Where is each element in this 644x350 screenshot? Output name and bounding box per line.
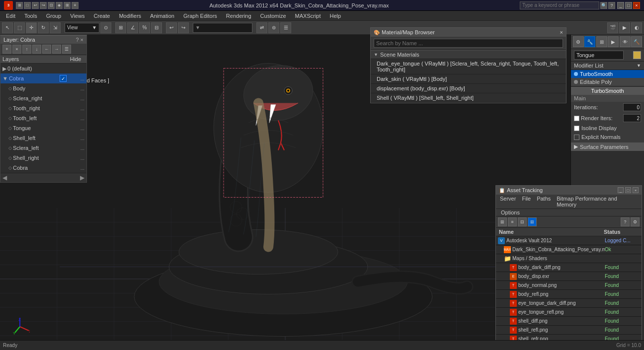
tb-icon-7[interactable]: ⊞ [64, 2, 71, 9]
at-menu-paths[interactable]: Paths [535, 196, 553, 208]
layer-item-shell-right[interactable]: ◇ Shell_right ... [0, 153, 86, 163]
layer-close-btn[interactable]: × [80, 37, 83, 43]
at-menu-file[interactable]: File [520, 196, 533, 208]
menu-views[interactable]: Views [66, 12, 88, 20]
at-close-btn[interactable]: × [633, 187, 639, 193]
utilities-tab-icon[interactable]: 🔨 [631, 36, 642, 47]
menu-rendering[interactable]: Rendering [222, 12, 255, 20]
rotate-tool-btn[interactable]: ↻ [38, 22, 49, 33]
layer-item-sclera-right[interactable]: ◇ Sclera_right ... [0, 93, 86, 103]
at-menu-options[interactable]: Options [499, 210, 522, 215]
modifier-list-dropdown[interactable]: ▼ [637, 63, 641, 68]
layer-btn-7[interactable]: ☰ [62, 45, 71, 54]
menu-maxscript[interactable]: MAXScript [291, 12, 325, 20]
redo-btn[interactable]: ↪ [178, 22, 189, 33]
scroll-right-arrow[interactable]: ▶ [80, 174, 84, 181]
mat-item-1[interactable]: Dark_eye_tongue ( VRayMtl ) [Sclera_left… [371, 59, 566, 74]
search-input[interactable] [520, 1, 599, 9]
pivot-btn[interactable]: ⊙ [100, 22, 111, 33]
render-btn[interactable]: ▶ [619, 22, 630, 33]
motion-tab-icon[interactable]: ▶ [608, 36, 619, 47]
maximize-button[interactable]: □ [625, 2, 632, 9]
at-row-shell-refl[interactable]: T shell_refl.png Found [496, 326, 642, 335]
tb-icon-8[interactable]: ≡ [72, 2, 79, 9]
render-setup-btn[interactable]: 🎬 [607, 22, 618, 33]
at-tb-btn-1[interactable]: ⊞ [498, 217, 507, 226]
scroll-left-arrow[interactable]: ◀ [2, 174, 7, 181]
mat-item-4[interactable]: Shell ( VRayMtl ) [Shell_left, Shell_rig… [371, 93, 566, 103]
angle-snap-btn[interactable]: ∠ [127, 22, 138, 33]
undo-btn[interactable]: ↩ [166, 22, 177, 33]
modifier-turbosmooth[interactable]: TurboSmooth [571, 70, 644, 78]
layer-item-tooth-left[interactable]: ◇ Tooth_left ... [0, 113, 86, 123]
tb-icon-4[interactable]: ↪ [40, 2, 47, 9]
mat-browser-close-btn[interactable]: × [560, 29, 563, 35]
layer-item-tooth-right[interactable]: ◇ Tooth_right ... [0, 103, 86, 113]
tb-icon-2[interactable]: □ [24, 2, 31, 9]
scale-tool-btn[interactable]: ⇲ [50, 22, 61, 33]
align-btn[interactable]: ⊜ [268, 22, 279, 33]
layer-item-tongue[interactable]: ◇ Tongue ... [0, 123, 86, 133]
at-row-max-file[interactable]: MAX Dark_Skin_Cobra_Attacking_Pose_vray.… [496, 245, 642, 254]
close-button[interactable]: × [633, 2, 640, 9]
tb-icon-1[interactable]: ⊞ [16, 2, 23, 9]
at-row-shell-diff[interactable]: T shell_diff.png Found [496, 317, 642, 326]
layer-btn-5[interactable]: ← [42, 45, 51, 54]
layer-help-btn[interactable]: ? [76, 37, 79, 43]
at-maximize-btn[interactable]: □ [625, 187, 631, 193]
at-menu-bitmap[interactable]: Bitmap Performance and Memory [555, 196, 640, 208]
at-tb-btn-2[interactable]: ≡ [508, 217, 517, 226]
at-tb-btn-4[interactable]: ⊞ [528, 217, 537, 226]
minimize-button[interactable]: _ [617, 2, 624, 9]
layer-item-cobra[interactable]: ▼ Cobra ✓ ... [0, 73, 86, 83]
menu-modifiers[interactable]: Modifiers [115, 12, 145, 20]
menu-create[interactable]: Create [89, 12, 114, 20]
menu-animation[interactable]: Animation [146, 12, 178, 20]
layer-btn-6[interactable]: → [52, 45, 61, 54]
layer-item-shell-left[interactable]: ◇ Shell_left ... [0, 133, 86, 143]
at-row-body-refl[interactable]: T body_refl.png Found [496, 290, 642, 299]
at-row-body-dark[interactable]: T body_dark_diff.png Found [496, 263, 642, 272]
at-tb-btn-3[interactable]: ⊟ [518, 217, 527, 226]
layer-item-body[interactable]: ◇ Body ... [0, 83, 86, 93]
at-row-eye-dark[interactable]: T eye_tongue_dark_diff.png Found [496, 299, 642, 308]
help-icon[interactable]: ? [608, 2, 615, 9]
at-help-btn[interactable]: ? [621, 217, 630, 226]
color-swatch[interactable] [633, 51, 641, 59]
at-row-maps-folder[interactable]: 📁 Maps / Shaders [496, 254, 642, 263]
modifier-editable-poly[interactable]: Editable Poly [571, 78, 644, 86]
tb-icon-5[interactable]: ⊡ [48, 2, 55, 9]
percent-snap-btn[interactable]: % [139, 22, 150, 33]
menu-edit[interactable]: Edit [2, 12, 19, 20]
snap-toggle-btn[interactable]: ⊞ [115, 22, 126, 33]
render-iters-input[interactable] [623, 114, 641, 122]
select-tool-btn[interactable]: ↖ [2, 22, 13, 33]
at-row-eye-refl[interactable]: T eye_tongue_refl.png Found [496, 308, 642, 317]
menu-group[interactable]: Group [42, 12, 66, 20]
tb-icon-3[interactable]: ↩ [32, 2, 39, 9]
select-region-btn[interactable]: ⬚ [14, 22, 25, 33]
at-settings-btn[interactable]: ⚙ [631, 217, 640, 226]
search-area[interactable]: 🔍 ? [520, 1, 615, 9]
layer-add-btn[interactable]: + [2, 45, 11, 54]
layer-item-sclera-left[interactable]: ◇ Sclera_left ... [0, 143, 86, 153]
tb-icon-6[interactable]: ◈ [56, 2, 63, 9]
mat-search-input[interactable] [374, 39, 563, 48]
layer-item-cobra2[interactable]: ◇ Cobra ... [0, 163, 86, 173]
mat-item-2[interactable]: Dark_skin ( VRayMtl ) [Body] [371, 74, 566, 84]
at-row-vault[interactable]: V Autodesk Vault 2012 Logged C... [496, 236, 642, 245]
layer-manager-btn[interactable]: ☰ [280, 22, 291, 33]
render-iters-cb[interactable] [574, 116, 579, 121]
at-menu-server[interactable]: Server [498, 196, 518, 208]
hierarchy-tab-icon[interactable]: ⊞ [596, 36, 607, 47]
at-row-body-normal[interactable]: T body_normal.png Found [496, 281, 642, 290]
menu-graph-editors[interactable]: Graph Editors [179, 12, 221, 20]
isoline-checkbox[interactable] [574, 126, 579, 131]
at-row-body-disp[interactable]: E body_disp.exr Found [496, 272, 642, 281]
menu-customize[interactable]: Customize [256, 12, 290, 20]
mat-item-3[interactable]: displacement (body_disp.exr) [Body] [371, 84, 566, 93]
object-name-input[interactable] [574, 51, 624, 60]
layer-delete-btn[interactable]: × [12, 45, 21, 54]
menu-help[interactable]: Help [326, 12, 345, 20]
layer-item-default[interactable]: ▶ 0 (default) [0, 64, 86, 73]
